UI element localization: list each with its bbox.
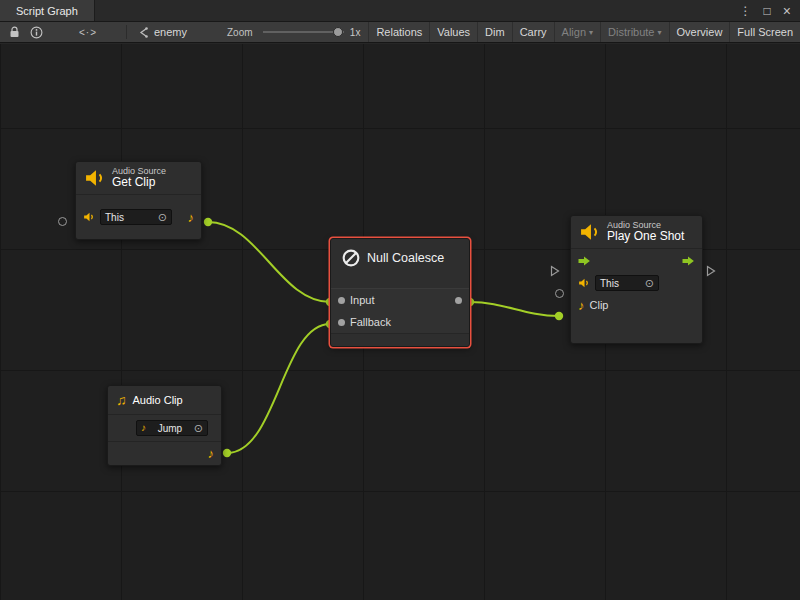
node-play-one-shot[interactable]: Audio Source Play One Shot This ⊙ ♪ Clip bbox=[570, 215, 703, 344]
field-jump[interactable]: ♪ Jump ⊙ bbox=[136, 420, 208, 436]
graph-name-label: enemy bbox=[154, 26, 187, 38]
fallback-port[interactable] bbox=[338, 319, 345, 326]
null-coalesce-ports: Input Fallback bbox=[331, 288, 469, 334]
button-align[interactable]: Align▾ bbox=[554, 22, 600, 42]
node-title: Play One Shot bbox=[607, 230, 684, 244]
field-this[interactable]: This ⊙ bbox=[595, 275, 659, 291]
toolbar-separator bbox=[126, 25, 127, 39]
zoom-value: 1x bbox=[350, 27, 361, 38]
node-title: Audio Clip bbox=[133, 394, 183, 406]
audio-clip-icon: ♫ bbox=[116, 393, 127, 407]
zoom-handle[interactable] bbox=[333, 27, 343, 37]
button-values[interactable]: Values bbox=[429, 22, 477, 42]
node-title: Null Coalesce bbox=[367, 251, 444, 265]
flow-out-port[interactable] bbox=[706, 265, 716, 277]
button-overview[interactable]: Overview bbox=[669, 22, 730, 42]
code-icon[interactable]: <·> bbox=[74, 22, 102, 42]
chevron-down-icon: ▾ bbox=[589, 28, 593, 37]
wire-audioclip-to-fallback bbox=[227, 324, 330, 453]
graph-canvas[interactable]: Audio Source Get Clip This ⊙ ♪ Null Coal… bbox=[0, 44, 800, 600]
close-icon[interactable]: × bbox=[783, 4, 791, 18]
node-play-one-shot-header: Audio Source Play One Shot bbox=[571, 216, 702, 248]
audio-clip-value-row: ♪ Jump ⊙ bbox=[108, 414, 221, 441]
zoom-slider[interactable] bbox=[263, 31, 344, 33]
input-port[interactable] bbox=[338, 297, 345, 304]
output-port[interactable] bbox=[455, 297, 462, 304]
music-note-icon: ♪ bbox=[141, 423, 146, 433]
node-null-coalesce[interactable]: Null Coalesce Input Fallback bbox=[330, 238, 470, 347]
flow-in-arrow-icon[interactable] bbox=[578, 256, 591, 266]
node-get-clip-header: Audio Source Get Clip bbox=[76, 162, 201, 194]
kebab-menu-icon[interactable]: ⋮ bbox=[740, 5, 752, 17]
get-clip-target-port[interactable] bbox=[58, 217, 67, 226]
flow-in-port[interactable] bbox=[550, 265, 560, 277]
audio-source-icon bbox=[84, 167, 106, 189]
music-note-icon: ♪ bbox=[188, 211, 195, 224]
port-row-input: Input bbox=[331, 289, 469, 311]
object-picker-icon[interactable]: ⊙ bbox=[645, 278, 654, 289]
graph-toolbar: <·> enemy Zoom 1x Relations Values Dim C… bbox=[0, 22, 800, 43]
play-one-shot-target-port[interactable] bbox=[555, 289, 564, 298]
button-full-screen[interactable]: Full Screen bbox=[729, 22, 800, 42]
tab-script-graph[interactable]: Script Graph bbox=[0, 0, 95, 21]
null-coalesce-icon bbox=[341, 248, 361, 268]
node-get-clip-body-row: This ⊙ ♪ bbox=[76, 194, 201, 239]
node-audio-clip[interactable]: ♫ Audio Clip ♪ Jump ⊙ ♪ bbox=[107, 385, 222, 466]
wire-getclip-to-input bbox=[208, 222, 330, 302]
speaker-icon bbox=[578, 277, 590, 289]
wire-output-to-clip bbox=[470, 302, 559, 316]
button-dim[interactable]: Dim bbox=[477, 22, 512, 42]
target-row: This ⊙ bbox=[571, 272, 702, 294]
field-this[interactable]: This ⊙ bbox=[100, 209, 172, 225]
audio-source-icon bbox=[579, 221, 601, 243]
speaker-icon bbox=[83, 211, 95, 223]
audio-clip-output-row: ♪ bbox=[108, 441, 221, 465]
port-row-fallback: Fallback bbox=[331, 311, 469, 333]
tab-bar: Script Graph ⋮ □ × bbox=[0, 0, 800, 22]
graph-asset-icon bbox=[133, 22, 154, 42]
node-audio-clip-header: ♫ Audio Clip bbox=[108, 386, 221, 414]
unity-script-graph-window: Script Graph ⋮ □ × <·> enemy Zoom 1x Rel… bbox=[0, 0, 800, 600]
node-null-coalesce-header: Null Coalesce bbox=[331, 239, 469, 272]
lock-icon[interactable] bbox=[4, 22, 25, 42]
music-note-icon: ♪ bbox=[208, 447, 215, 460]
object-picker-icon[interactable]: ⊙ bbox=[158, 212, 167, 223]
button-relations[interactable]: Relations bbox=[368, 22, 429, 42]
window-controls: ⋮ □ × bbox=[731, 0, 800, 21]
button-carry[interactable]: Carry bbox=[512, 22, 554, 42]
button-distribute[interactable]: Distribute▾ bbox=[600, 22, 668, 42]
flow-row bbox=[571, 248, 702, 272]
object-picker-icon[interactable]: ⊙ bbox=[194, 423, 203, 434]
flow-out-arrow-icon[interactable] bbox=[682, 256, 695, 266]
tab-title: Script Graph bbox=[16, 5, 78, 17]
toolbar-buttons: Relations Values Dim Carry Align▾ Distri… bbox=[368, 22, 800, 42]
maximize-icon[interactable]: □ bbox=[764, 5, 771, 17]
zoom-label: Zoom bbox=[227, 27, 253, 38]
chevron-down-icon: ▾ bbox=[658, 28, 662, 37]
music-note-icon: ♪ bbox=[578, 299, 585, 312]
node-get-clip[interactable]: Audio Source Get Clip This ⊙ ♪ bbox=[75, 161, 202, 240]
clip-row: ♪ Clip bbox=[571, 294, 702, 316]
info-icon[interactable] bbox=[25, 22, 48, 42]
node-title: Get Clip bbox=[112, 176, 166, 190]
